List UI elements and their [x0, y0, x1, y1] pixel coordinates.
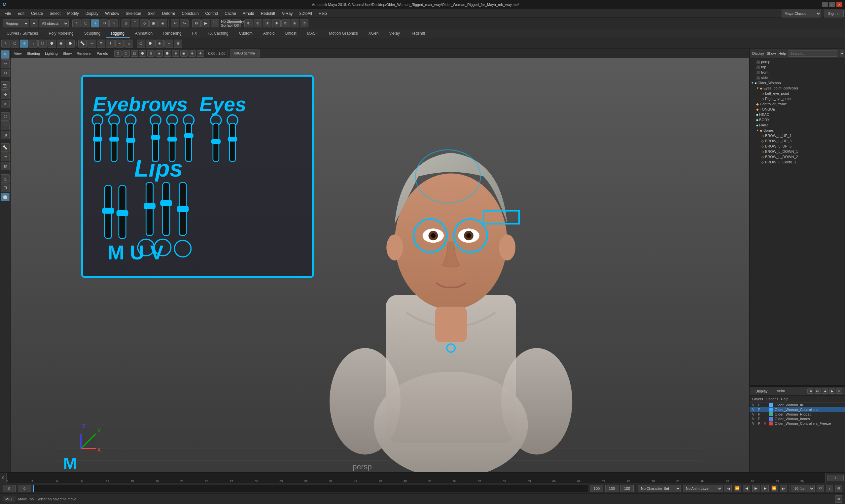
display-2[interactable]: ②: [253, 19, 262, 28]
mode-select[interactable]: Rigging: [3, 19, 29, 28]
undo-btn[interactable]: ↩: [171, 19, 179, 28]
help-tab[interactable]: Help: [781, 397, 789, 401]
menu-window[interactable]: Window: [102, 11, 123, 17]
tree-item-ctrl-frame[interactable]: ◆ Controller_frame: [750, 101, 845, 107]
tree-item-bones[interactable]: ▼ ◆ Bones: [750, 128, 845, 133]
minimize-button[interactable]: ─: [822, 2, 828, 7]
play-audio-btn[interactable]: ♪: [826, 485, 833, 492]
tree-item-persp[interactable]: 🎥 persp: [750, 59, 845, 65]
snap-curve[interactable]: ⌒: [131, 19, 139, 28]
vp-icon-2[interactable]: ⬡: [123, 50, 130, 57]
play-loop-btn[interactable]: ↺: [816, 485, 824, 492]
play-next-frame[interactable]: ▶: [761, 485, 769, 492]
tab-arnold[interactable]: Arnold: [258, 30, 280, 38]
paint-tool[interactable]: ✏: [1, 59, 10, 68]
rig-tool-2[interactable]: ⬡: [11, 40, 19, 48]
play-prev-frame[interactable]: ◀: [743, 485, 750, 492]
tree-item-older-woman[interactable]: ▼ ■ Older_Woman: [750, 80, 845, 86]
rig-ctrl-2[interactable]: ⬢: [146, 40, 155, 48]
menu-skin[interactable]: Skin: [145, 11, 159, 17]
tab-sculpting[interactable]: Sculpting: [79, 30, 106, 38]
surface-tool[interactable]: ⊞: [1, 131, 10, 139]
layers-tab[interactable]: Layers: [752, 397, 763, 401]
move-btn[interactable]: ✛: [91, 19, 100, 28]
rig-tool-6[interactable]: ◉: [57, 40, 65, 48]
rig-tool-5[interactable]: ⬢: [48, 40, 56, 48]
play-go-end[interactable]: ⏭: [780, 485, 787, 492]
play-range-start[interactable]: [18, 485, 31, 492]
tab-redshift[interactable]: Redshift: [405, 30, 430, 38]
vp-icon-8[interactable]: ⊕: [172, 50, 179, 57]
rig-wire[interactable]: ⊕: [174, 40, 182, 48]
rotate-btn[interactable]: ↻: [100, 19, 109, 28]
snap-grid[interactable]: ⊞: [122, 19, 130, 28]
viewport-3d[interactable]: Eyebrows Eyes Lips M U V: [11, 58, 749, 472]
tree-item-brow-l-up-3[interactable]: ◇ BROW_L_UP_3: [750, 138, 845, 144]
play-settings-btn[interactable]: ⚙: [835, 485, 842, 492]
tab-xgen[interactable]: XGen: [363, 30, 384, 38]
menu-constrain[interactable]: Constrain: [178, 11, 202, 17]
menu-cache[interactable]: Cache: [221, 11, 240, 17]
tab-mash[interactable]: MASH: [302, 30, 324, 38]
menu-deform[interactable]: Deform: [159, 11, 178, 17]
rig-plus[interactable]: ＋: [164, 40, 173, 48]
snap-surface[interactable]: ▣: [149, 19, 158, 28]
tree-item-brow-l-up-5[interactable]: ◇ BROW_L_UP_5: [750, 144, 845, 149]
joint-tool[interactable]: 🦴: [1, 143, 10, 152]
anim-layer-select[interactable]: No Anim Layer: [683, 485, 722, 492]
menu-modify[interactable]: Modify: [64, 11, 82, 17]
menu-file[interactable]: File: [1, 11, 14, 17]
tab-display[interactable]: Display: [752, 389, 771, 394]
tab-motion-graphics[interactable]: Motion Graphics: [323, 30, 363, 38]
mini-timeline[interactable]: [33, 485, 588, 492]
cb-btn-2[interactable]: ⏭: [815, 389, 821, 394]
render-settings-btn[interactable]: ⚙: [192, 19, 201, 28]
gamma-select[interactable]: sRGB gamma: [230, 50, 260, 57]
tree-item-brow-l-contrl[interactable]: ◇ BROW_L_Contrl_1: [750, 159, 845, 165]
rig-tool-4[interactable]: ⬡: [38, 40, 47, 48]
menu-display[interactable]: Display: [82, 11, 102, 17]
rig-tool-move[interactable]: ✛: [20, 40, 29, 48]
display-4[interactable]: ④: [272, 19, 281, 28]
menu-select[interactable]: Select: [46, 11, 64, 17]
render-btn[interactable]: ▶: [201, 19, 210, 28]
curve-tool[interactable]: ⌒: [1, 122, 10, 130]
quick-sel-tool[interactable]: ⬤: [1, 193, 10, 201]
tab-curves-surfaces[interactable]: Curves / Surfaces: [1, 30, 43, 38]
viewport-menu-view[interactable]: View: [12, 51, 24, 56]
objects-select[interactable]: All objects: [39, 19, 69, 28]
display-5[interactable]: ⑤: [281, 19, 290, 28]
tree-item-eyes-ctrl[interactable]: ▼ ◆ Eyes_point_controller: [750, 86, 845, 91]
tree-item-head[interactable]: ■ HEAD: [750, 112, 845, 117]
rig-joint-2[interactable]: ⊹: [88, 40, 96, 48]
tab-anim[interactable]: Anim: [773, 388, 788, 394]
timeline-ruler[interactable]: 0369121518212427303336394245485154576063…: [6, 473, 825, 483]
track-tool[interactable]: ✢: [1, 90, 10, 99]
viewport-menu-show[interactable]: Show: [61, 51, 74, 56]
vp-icon-9[interactable]: ◉: [180, 50, 188, 57]
camera-tool[interactable]: 📷: [1, 81, 10, 90]
tree-item-right-eye[interactable]: ◇ Right_eye_point: [750, 96, 845, 101]
sign-in-button[interactable]: Sign In: [824, 10, 844, 18]
rig-ik-2[interactable]: ⌇: [106, 40, 115, 48]
character-set-select[interactable]: No Character Set: [638, 485, 681, 492]
tree-item-body[interactable]: ■ BODY: [750, 117, 845, 123]
scale-btn[interactable]: ⤡: [109, 19, 118, 28]
tab-bifrost[interactable]: Bifrost: [280, 30, 302, 38]
mode-arrow[interactable]: ▼: [30, 19, 38, 28]
tab-fx-caching[interactable]: FX Caching: [203, 30, 234, 38]
menu-control[interactable]: Control: [202, 11, 222, 17]
layer-row-rigged[interactable]: V P Older_Woman_Rigged: [750, 412, 845, 416]
viewport-menu-lighting[interactable]: Lighting: [43, 51, 60, 56]
tab-rigging[interactable]: Rigging: [106, 30, 130, 38]
ipr-btn[interactable]: ⬛: [211, 19, 219, 28]
tab-vray[interactable]: V-Ray: [384, 30, 405, 38]
menu-create[interactable]: Create: [28, 11, 46, 17]
rig-tool-7[interactable]: ⬣: [66, 40, 75, 48]
maximize-button[interactable]: □: [829, 2, 835, 7]
options-tab[interactable]: Options: [766, 397, 778, 401]
vp-icon-6[interactable]: ◈: [156, 50, 163, 57]
close-button[interactable]: ✕: [837, 2, 842, 7]
menu-vray[interactable]: V-Ray: [279, 11, 296, 17]
cb-btn-4[interactable]: ▶: [829, 389, 835, 394]
